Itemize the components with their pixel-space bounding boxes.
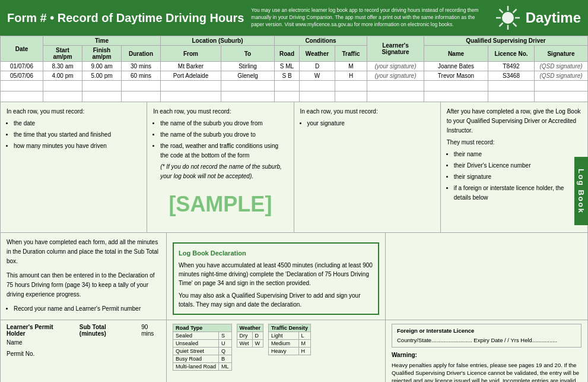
info-col4-list: their name their Driver's Licence number… [454,150,581,203]
list-item: the road, weather and traffic conditions… [160,141,287,160]
permit-label: Permit No. [7,351,160,357]
info-col4: After you have completed a row, give the… [441,102,587,232]
info-col3: In each row, you must record: your signa… [294,102,441,232]
weather-label: Dry [237,332,252,340]
bottom-left: When you have completed each form, add a… [1,233,167,320]
svg-point-0 [502,12,514,24]
list-item: if a foreign or interstate licence holde… [454,184,581,203]
traffic-label: Heavy [268,348,298,355]
col-group-time: Time [43,36,161,46]
list-item: how many minutes you have driven [14,141,141,151]
col-header-qname: Name [424,46,488,62]
col-header-to: To [221,46,275,62]
list-item: their signature [454,172,581,182]
info-col1: In each row, you must record: the date t… [1,102,147,232]
name-label: Name [7,339,160,346]
declaration-text2: You may also ask a Qualified Supervising… [179,291,373,309]
header-brand: Daytime [495,5,581,31]
cell-lsig: (your signature) [367,71,424,81]
cell-duration: 60 mins [122,71,161,81]
cell-start: 8.30 am [43,62,82,71]
traffic-table: Traffic Density Light L Medium M Heavy H [268,324,311,355]
traffic-header: Traffic Density [268,324,310,332]
col-group-qsd: Qualified Supervising Driver [424,36,588,46]
log-book-side-tab: Log Book [574,157,588,226]
list-item: their name [454,150,581,159]
col-header-duration: Duration [122,46,161,62]
table-row: 05/07/06 4.00 pm 5.00 pm 60 mins Port Ad… [1,71,588,81]
bottom-bullet-list: Record your name and Learner's Permit nu… [14,304,160,314]
col-header-licence: Licence No. [488,46,535,62]
road-label: Unsealed [173,340,219,348]
page-title: Form # • Record of Daytime Driving Hours [7,11,244,25]
col-header-start: Start am/pm [43,46,82,62]
foreign-licence-box: Foreign or Interstate Licence Country/St… [392,324,581,348]
cell-from: Mt Barker [161,62,221,71]
road-code: U [219,340,232,348]
cell-traffic: M [335,62,367,71]
footer-permit: Learner's Permit Holder Sub Total (minut… [1,320,167,382]
road-code: Q [219,348,232,355]
cell-qname: Trevor Mason [424,71,488,81]
info-col4-heading: After you have completed a row, give the… [447,107,581,135]
bottom-section: When you have completed each form, add a… [0,233,588,321]
cell-date: 01/07/06 [1,62,43,71]
info-grid: In each row, you must record: the date t… [0,102,588,233]
cell-licence: S3468 [488,71,535,81]
road-type-header: Road Type [173,324,232,332]
table-row: 01/07/06 8.30 am 9.00 am 30 mins Mt Bark… [1,62,588,71]
table-row: Medium M [268,340,310,348]
cell-to: Glenelg [221,71,275,81]
road-label: Quiet Street [173,348,219,355]
road-code: ML [219,363,232,371]
cell-weather: D [300,62,335,71]
list-item: the name of the suburb you drove to [160,130,287,140]
cell-finish: 5.00 pm [82,71,122,81]
bottom-middle: Log Book Declaration When you have accum… [167,233,386,320]
cell-qsig: (QSD signature) [535,62,588,71]
cell-start: 4.00 pm [43,71,82,81]
foreign-licence-content: Country/State.......................... … [397,336,576,344]
sample-watermark: [SAMPLE] [153,187,287,222]
svg-line-5 [499,10,503,13]
info-col2: In each row, you must record: the name o… [147,102,294,232]
weather-label: Wet [237,340,252,348]
road-label: Multi-laned Road [173,363,219,371]
footer-code-tables: Road Type Sealed S Unsealed U Quiet Stre… [167,320,386,382]
svg-line-8 [499,23,503,27]
cell-from: Port Adelaide [161,71,221,81]
cell-road: S B [275,71,300,81]
col-header-date: Date [1,36,43,62]
cell-traffic: H [335,71,367,81]
info-col3-heading: In each row, you must record: [300,107,434,116]
col-header-road: Road [275,46,300,62]
list-item: the date [14,119,141,128]
info-col2-heading: In each row, you must record: [153,107,287,116]
list-item: (* If you do not record the name of the … [160,162,287,181]
list-item: the time that you started and finished [14,130,141,140]
info-col4-subheading: They must record: [447,138,581,147]
foreign-licence-title: Foreign or Interstate Licence [397,327,576,334]
col-group-conditions: Conditions [275,36,367,46]
warning-title: Warning: [392,351,581,359]
road-label: Busy Road [173,355,219,363]
bottom-text1: When you have completed each form, add a… [7,238,160,266]
brand-logo-icon [495,5,521,31]
road-label: Sealed [173,332,219,340]
cell-qname: Joanne Bates [424,62,488,71]
col-group-location: Location (Suburb) [161,36,275,46]
permit-holder-label: Learner's Permit Holder [7,324,68,337]
weather-code: D [252,332,263,340]
col-header-finish: Finish am/pm [82,46,122,62]
traffic-label: Light [268,332,298,340]
col-header-learner-sig: Learner'sSignature [367,36,424,62]
sub-total-value: 90 mins [141,324,160,337]
svg-line-7 [513,10,516,13]
warning-text: Heavy penalties apply for false entries,… [392,361,581,382]
sub-total-label: Sub Total (minutes) [80,324,129,337]
cell-date: 05/07/06 [1,71,43,81]
cell-to: Stirling [221,62,275,71]
table-row: Sealed S [173,332,232,340]
table-row: Unsealed U [173,340,232,348]
table-row: Quiet Street Q [173,348,232,355]
